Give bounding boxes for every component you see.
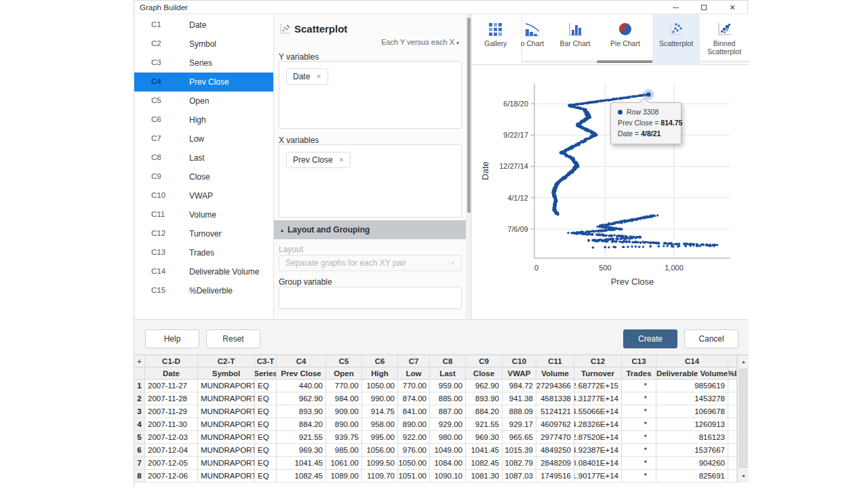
- table-cell[interactable]: *: [622, 444, 656, 457]
- table-cell[interactable]: 1051.00: [398, 470, 430, 483]
- layout-and-grouping-section[interactable]: ▴ Layout and Grouping: [274, 220, 466, 239]
- table-cell[interactable]: 941.38: [502, 392, 536, 405]
- gallery-item-o-chart[interactable]: o Chart: [512, 14, 553, 65]
- column-name-header[interactable]: Low: [398, 367, 430, 380]
- mode-selector[interactable]: Each Y versus each X▾: [381, 38, 459, 46]
- table-cell[interactable]: MUNDRAPORT: [198, 431, 255, 444]
- table-cell[interactable]: 2977470: [536, 431, 574, 444]
- row-number[interactable]: 8: [134, 470, 145, 483]
- table-cell[interactable]: 962.90: [277, 392, 326, 405]
- column-row-c11[interactable]: C11Volume: [134, 205, 273, 224]
- table-cell[interactable]: 962.90: [466, 380, 502, 392]
- table-cell[interactable]: 2007-11-28: [145, 392, 198, 405]
- table-cell[interactable]: 1061.00: [326, 457, 362, 470]
- table-cell[interactable]: 1082.45: [466, 457, 502, 470]
- chip-remove-icon[interactable]: ✕: [316, 73, 321, 80]
- table-cell[interactable]: MUNDRAPORT: [198, 392, 255, 405]
- gallery-item-binned-scatterplot[interactable]: Binned Scatterplot: [700, 14, 749, 65]
- table-cell[interactable]: 1082.45: [277, 470, 326, 483]
- column-name-header[interactable]: Last: [430, 367, 466, 380]
- table-cell[interactable]: MUNDRAPORT: [198, 405, 255, 418]
- y-variable-chip[interactable]: Date ✕: [286, 68, 328, 85]
- column-header-c8[interactable]: C8: [430, 355, 466, 367]
- row-number[interactable]: 1: [134, 380, 145, 392]
- table-cell[interactable]: *: [622, 431, 656, 444]
- table-cell[interactable]: 1084.00: [430, 457, 466, 470]
- column-row-c5[interactable]: C5Open: [134, 92, 273, 110]
- column-name-header[interactable]: Symbol: [198, 367, 255, 380]
- column-row-c14[interactable]: C14Deliverable Volume: [134, 262, 273, 281]
- gallery-item-pie-chart[interactable]: Pie Chart: [605, 14, 646, 65]
- row-number[interactable]: 6: [134, 444, 145, 457]
- table-cell[interactable]: 985.00: [326, 444, 362, 457]
- column-row-c3[interactable]: C3Series: [134, 54, 273, 73]
- column-row-c1[interactable]: C1Date: [134, 16, 273, 35]
- table-cell[interactable]: 1090.10: [430, 470, 466, 483]
- table-cell[interactable]: EQ: [255, 418, 277, 431]
- table-cell[interactable]: 4.55066E+14: [574, 405, 622, 418]
- column-name-header[interactable]: %D: [728, 367, 737, 380]
- table-cell[interactable]: 1049.00: [430, 444, 466, 457]
- table-cell[interactable]: 770.00: [398, 380, 430, 392]
- table-cell[interactable]: 922.00: [398, 431, 430, 444]
- table-cell[interactable]: 2007-12-03: [145, 431, 198, 444]
- table-cell[interactable]: 4.28326E+14: [574, 418, 622, 431]
- column-name-header[interactable]: Prev Close: [277, 367, 326, 380]
- table-cell[interactable]: 4609762: [536, 418, 574, 431]
- column-name-header[interactable]: Series: [255, 367, 277, 380]
- table-cell[interactable]: 4.31277E+14: [574, 392, 622, 405]
- y-variables-box[interactable]: Date ✕: [279, 61, 462, 129]
- table-cell[interactable]: 884.20: [466, 405, 502, 418]
- column-name-header[interactable]: Turnover: [574, 367, 622, 380]
- table-cell[interactable]: 890.00: [398, 418, 430, 431]
- table-cell[interactable]: 4.92387E+14: [574, 444, 622, 457]
- table-cell[interactable]: MUNDRAPORT: [198, 457, 255, 470]
- table-cell[interactable]: EQ: [255, 470, 277, 483]
- column-header-c2-t[interactable]: C2-T: [198, 355, 255, 367]
- table-cell[interactable]: 990.00: [362, 392, 398, 405]
- table-cell[interactable]: *: [622, 418, 656, 431]
- table-cell[interactable]: 1087.03: [502, 470, 536, 483]
- table-cell[interactable]: EQ: [255, 444, 277, 457]
- table-cell[interactable]: *: [622, 470, 656, 483]
- table-cell[interactable]: 2.68772E+15: [574, 380, 622, 392]
- worksheet-vertical-scrollbar[interactable]: ▲ ▼: [737, 355, 749, 483]
- column-name-header[interactable]: Deliverable Volume: [656, 367, 728, 380]
- table-cell[interactable]: 984.00: [326, 392, 362, 405]
- row-number[interactable]: 4: [134, 418, 145, 431]
- column-header-c9[interactable]: C9: [466, 355, 502, 367]
- table-cell[interactable]: 2007-12-05: [145, 457, 198, 470]
- maximize-button[interactable]: [690, 1, 717, 14]
- table-cell[interactable]: 1.90177E+14: [574, 470, 622, 483]
- table-cell[interactable]: EQ: [255, 431, 277, 444]
- table-cell[interactable]: *: [622, 392, 656, 405]
- create-button[interactable]: Create: [623, 329, 677, 348]
- column-row-c4[interactable]: C4Prev Close: [134, 73, 273, 92]
- column-row-c7[interactable]: C7Low: [134, 129, 273, 148]
- table-cell[interactable]: [728, 380, 737, 392]
- table-cell[interactable]: 921.55: [466, 418, 502, 431]
- table-cell[interactable]: 1069678: [656, 405, 728, 418]
- column-header-c6[interactable]: C6: [362, 355, 398, 367]
- table-cell[interactable]: [728, 431, 737, 444]
- table-cell[interactable]: MUNDRAPORT: [198, 380, 255, 392]
- table-cell[interactable]: 2007-12-06: [145, 470, 198, 483]
- table-cell[interactable]: 1050.00: [398, 457, 430, 470]
- column-name-header[interactable]: VWAP: [502, 367, 536, 380]
- table-cell[interactable]: 1015.39: [502, 444, 536, 457]
- table-cell[interactable]: 4581338: [536, 392, 574, 405]
- column-name-header[interactable]: High: [362, 367, 398, 380]
- worksheet-scrollbar-thumb[interactable]: [739, 369, 747, 468]
- table-cell[interactable]: 1089.00: [326, 470, 362, 483]
- table-cell[interactable]: 984.72: [502, 380, 536, 392]
- table-cell[interactable]: 976.00: [398, 444, 430, 457]
- column-header-c4[interactable]: C4: [277, 355, 326, 367]
- table-cell[interactable]: 965.65: [502, 431, 536, 444]
- table-cell[interactable]: 904260: [656, 457, 728, 470]
- row-number[interactable]: 7: [134, 457, 145, 470]
- row-number[interactable]: 3: [134, 405, 145, 418]
- table-cell[interactable]: MUNDRAPORT: [198, 470, 255, 483]
- x-variable-chip[interactable]: Prev Close ✕: [286, 152, 351, 168]
- column-header-c13[interactable]: C13: [622, 355, 656, 367]
- column-name-header[interactable]: Trades: [622, 367, 656, 380]
